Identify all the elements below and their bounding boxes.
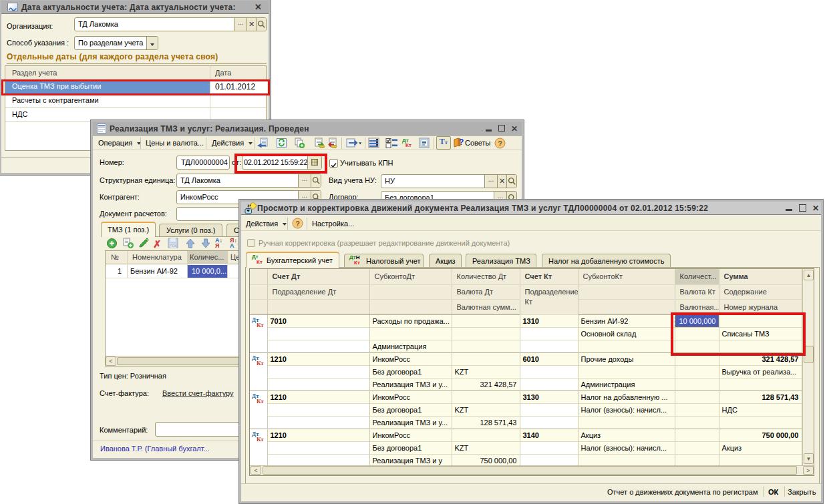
- svg-text:?: ?: [295, 220, 300, 228]
- svg-text:ПОК: ПОК: [170, 244, 176, 248]
- svg-text:?: ?: [498, 140, 502, 148]
- svg-text:?: ?: [459, 138, 464, 147]
